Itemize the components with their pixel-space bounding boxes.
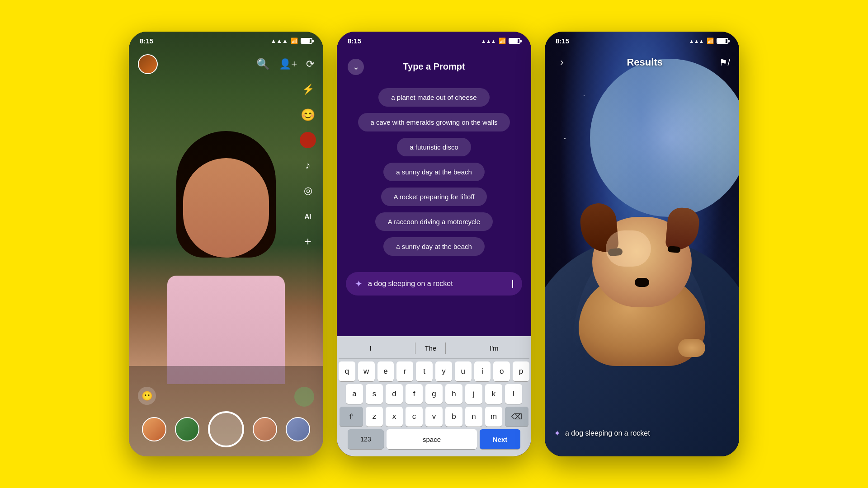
result-image [545,32,739,456]
key-e[interactable]: e [377,361,394,381]
key-w[interactable]: w [358,361,375,381]
key-l[interactable]: l [505,384,522,404]
key-n[interactable]: n [465,407,482,427]
key-i[interactable]: i [474,361,491,381]
result-caption: ✦ a dog sleeping on a rocket [554,428,730,438]
prompt-input-text[interactable]: a dog sleeping on a rocket [368,280,507,288]
key-c[interactable]: c [406,407,423,427]
key-g[interactable]: g [425,384,443,404]
text-cursor [512,280,513,288]
key-space[interactable]: space [387,429,477,449]
prompt-background: 8:15 ▲▲▲ 📶 ⌄ Type a Prompt a planet made… [337,32,531,456]
key-v[interactable]: v [425,407,443,427]
prompt-title: Type a Prompt [403,61,465,72]
wifi-icon-3: 📶 [707,38,714,44]
flag-button[interactable]: ⚑/ [719,57,730,68]
phone-camera: 8:15 ▲▲▲ 📶 🔍 👤+ ⟳ ⚡ 😊 ♪ ◎ AI + [129,32,323,456]
thumbnail-3[interactable] [253,417,277,441]
caption-text: a dog sleeping on a rocket [565,429,650,437]
music-icon[interactable]: ♪ [300,157,316,174]
status-icons-phone1: ▲▲▲ 📶 [270,38,312,44]
key-d[interactable]: d [386,384,403,404]
keyboard-area: I The I'm q w e r t y u i o p [337,336,531,456]
signal-icon-2: ▲▲▲ [481,38,496,44]
search-icon[interactable]: 🔍 [256,58,270,70]
key-a[interactable]: a [346,384,363,404]
status-icons-phone2: ▲▲▲ 📶 [481,38,520,44]
key-r[interactable]: r [396,361,413,381]
shutter-button[interactable] [208,411,244,447]
back-chevron-button[interactable]: › [554,54,570,70]
suggestion-4[interactable]: a sunny day at the beach [383,163,485,181]
word-sug-2[interactable]: The [415,343,446,354]
key-m[interactable]: m [485,407,502,427]
effects-icon[interactable]: 😊 [300,107,316,123]
dog-character [565,212,719,366]
key-h[interactable]: h [445,384,462,404]
key-backspace[interactable]: ⌫ [505,407,528,427]
time-phone1: 8:15 [140,37,153,45]
bitmoji-icon[interactable] [294,387,314,407]
suggestion-3[interactable]: a futuristic disco [397,138,471,156]
phone-results: 8:15 ▲▲▲ 📶 › Results ⚑/ ✦ [545,32,739,456]
key-next[interactable]: Next [480,429,520,449]
thumbnail-1[interactable] [142,417,166,441]
suggestion-2[interactable]: a cave with emeralds growing on the wall… [358,113,510,131]
prompt-suggestions: a planet made out of cheese a cave with … [337,79,531,265]
thumbnail-4[interactable] [286,417,310,441]
results-background: 8:15 ▲▲▲ 📶 › Results ⚑/ ✦ [545,32,739,456]
suggestion-6[interactable]: A raccoon driving a motorcycle [375,212,493,231]
word-sug-3[interactable]: I'm [481,343,508,354]
sparkle-icon: ✦ [355,278,363,289]
lens-icon[interactable]: ◎ [300,183,316,199]
suggestion-7[interactable]: a sunny day at the beach [383,237,485,256]
time-phone3: 8:15 [556,37,569,45]
phones-container: 8:15 ▲▲▲ 📶 🔍 👤+ ⟳ ⚡ 😊 ♪ ◎ AI + [0,0,868,488]
add-icon[interactable]: + [300,233,316,249]
key-p[interactable]: p [513,361,529,381]
bottom-face-icons: 😶 [129,387,323,407]
key-s[interactable]: s [366,384,383,404]
signal-icon: ▲▲▲ [270,38,288,44]
key-z[interactable]: z [366,407,383,427]
face-effects-icon[interactable]: 😶 [138,387,156,405]
thumbnail-2[interactable] [175,417,199,441]
key-t[interactable]: t [416,361,433,381]
word-sug-1[interactable]: I [360,343,380,354]
status-bar-phone3: 8:15 ▲▲▲ 📶 [545,32,739,47]
flash-icon[interactable]: ⚡ [300,81,316,98]
chevron-down-icon: ⌄ [353,62,359,72]
back-button[interactable]: ⌄ [348,59,364,75]
record-icon[interactable] [300,132,316,148]
key-x[interactable]: x [386,407,403,427]
word-suggestions: I The I'm [339,340,529,359]
key-u[interactable]: u [455,361,472,381]
key-o[interactable]: o [493,361,510,381]
add-friend-icon[interactable]: 👤+ [279,58,297,70]
key-b[interactable]: b [445,407,462,427]
wifi-icon: 📶 [291,38,298,44]
status-bar-phone1: 8:15 ▲▲▲ 📶 [129,32,323,47]
status-bar-phone2: 8:15 ▲▲▲ 📶 [337,32,531,47]
key-j[interactable]: j [465,384,482,404]
key-k[interactable]: k [485,384,502,404]
suggestion-1[interactable]: a planet made out of cheese [378,88,489,107]
signal-icon-3: ▲▲▲ [689,38,704,44]
key-row-2: a s d f g h j k l [339,384,529,404]
key-row-4: 123 space Next [339,429,529,449]
key-row-3: ⇧ z x c v b n m ⌫ [339,407,529,427]
wifi-icon-2: 📶 [499,38,506,44]
key-123[interactable]: 123 [348,429,384,449]
key-f[interactable]: f [406,384,423,404]
suggestion-5[interactable]: A rocket preparing for liftoff [381,188,487,206]
key-shift[interactable]: ⇧ [340,407,363,427]
prompt-header: ⌄ Type a Prompt [337,54,531,79]
avatar[interactable] [138,54,158,74]
ai-label[interactable]: AI [300,208,316,224]
shutter-row [129,411,323,447]
flip-camera-icon[interactable]: ⟳ [306,58,314,70]
key-q[interactable]: q [339,361,355,381]
key-y[interactable]: y [435,361,452,381]
status-icons-phone3: ▲▲▲ 📶 [689,38,728,44]
prompt-input-area[interactable]: ✦ a dog sleeping on a rocket [346,272,522,296]
